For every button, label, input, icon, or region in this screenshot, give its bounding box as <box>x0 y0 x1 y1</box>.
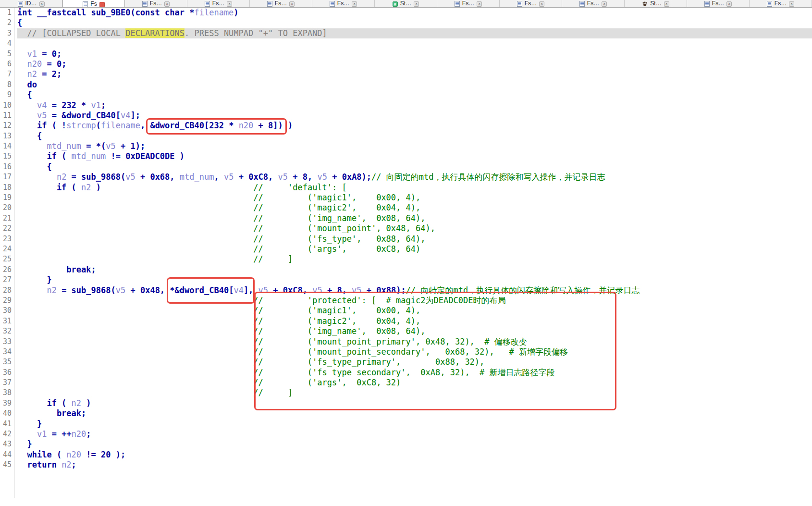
code-line-4 <box>17 38 812 49</box>
code-line-15: if ( mtd_num != 0xDEADC0DE ) <box>17 151 812 161</box>
tab-6-fs[interactable]: Fs…∧ <box>312 0 375 7</box>
tab-label: St… <box>400 0 411 7</box>
pseudocode-view[interactable]: int __fastcall sub_9BE0(const char *file… <box>14 8 812 498</box>
tab-bar: ID…∧FsFs…∧Fs…∧Fs…∧Fs…∧#St…∧Fs…∧Fs…∧Fs…∧S… <box>0 0 812 8</box>
tab-4-fs[interactable]: Fs…∧ <box>187 0 250 7</box>
tab-1-id[interactable]: ID…∧ <box>0 0 62 7</box>
tab-7-st[interactable]: #St…∧ <box>375 0 437 7</box>
tab-3-fs[interactable]: Fs…∧ <box>125 0 187 7</box>
tab-10-fs[interactable]: Fs…∧ <box>562 0 625 7</box>
list-view-icon <box>767 1 772 7</box>
line-number-29: 29 <box>0 296 14 306</box>
line-number-15: 15 <box>0 151 14 161</box>
detach-tab-button[interactable]: ∧ <box>539 1 544 7</box>
code-line-43: } <box>17 439 812 449</box>
line-number-16: 16 <box>0 162 14 172</box>
code-line-38: // ] <box>17 388 812 398</box>
line-number-2: 2 <box>0 18 14 28</box>
tab-5-fs[interactable]: Fs…∧ <box>250 0 312 7</box>
line-number-28: 28 <box>0 285 14 296</box>
code-line-35: // ('fs_type_primary', 0x88, 32), <box>17 357 812 367</box>
line-number-45: 45 <box>0 460 14 470</box>
detach-tab-button[interactable]: ∧ <box>414 1 419 7</box>
line-number-7: 7 <box>0 69 14 79</box>
code-line-2: { <box>17 18 812 28</box>
line-number-35: 35 <box>0 357 14 367</box>
code-line-26: break; <box>17 265 812 275</box>
line-number-38: 38 <box>0 388 14 398</box>
code-line-34: // ('mount_point_secondary', 0x68, 32), … <box>17 347 812 357</box>
line-number-9: 9 <box>0 90 14 100</box>
code-line-44: while ( n20 != 20 ); <box>17 450 812 460</box>
line-number-20: 20 <box>0 203 14 213</box>
code-line-21: // ('img_name', 0x08, 64), <box>17 213 812 223</box>
detach-tab-button[interactable]: ∧ <box>602 1 607 7</box>
line-number-27: 27 <box>0 275 14 285</box>
detach-tab-button[interactable]: ∧ <box>789 1 794 7</box>
code-line-9: { <box>17 90 812 100</box>
tab-11-st[interactable]: St…∧ <box>625 0 687 7</box>
tab-label: ID… <box>25 0 37 7</box>
line-number-23: 23 <box>0 234 14 244</box>
detach-tab-button[interactable]: ∧ <box>664 1 669 7</box>
code-line-37: // ('args', 0xC8, 32) <box>17 378 812 388</box>
list-view-icon <box>579 1 585 7</box>
list-view-icon <box>18 1 23 7</box>
list-view-icon <box>205 1 210 7</box>
structures-hash-icon: # <box>393 1 398 7</box>
tab-12-fs[interactable]: Fs…∧ <box>687 0 750 7</box>
code-line-45: return n2; <box>17 460 812 470</box>
code-line-19: // ('magic1', 0x00, 4), <box>17 193 812 203</box>
line-number-40: 40 <box>0 408 14 419</box>
code-line-36: // ('fs_type_secondary', 0xA8, 32), # 新增… <box>17 368 812 378</box>
line-number-34: 34 <box>0 347 14 357</box>
tab-8-fs[interactable]: Fs…∧ <box>437 0 500 7</box>
code-line-16: { <box>17 162 812 172</box>
detach-tab-button[interactable]: ∧ <box>726 1 732 7</box>
line-number-19: 19 <box>0 193 14 203</box>
code-line-7: n2 = 2; <box>17 69 812 79</box>
code-line-1: int __fastcall sub_9BE0(const char *file… <box>17 8 812 18</box>
line-number-25: 25 <box>0 254 14 264</box>
tab-label: Fs… <box>212 0 224 7</box>
tab-2-fs[interactable]: Fs <box>62 0 125 8</box>
line-number-31: 31 <box>0 316 14 326</box>
dark-tool-icon <box>642 1 648 7</box>
detach-tab-button[interactable]: ∧ <box>39 1 45 7</box>
code-line-29: // 'protected': [ # magic2为DEADC0DE时的布局 <box>17 296 812 306</box>
line-number-11: 11 <box>0 111 14 121</box>
line-number-10: 10 <box>0 100 14 111</box>
list-view-icon <box>330 1 335 7</box>
line-number-30: 30 <box>0 306 14 316</box>
detach-tab-button[interactable]: ∧ <box>352 1 357 7</box>
code-line-31: // ('magic2', 0x04, 4), <box>17 316 812 326</box>
line-number-21: 21 <box>0 213 14 223</box>
code-line-25: // ] <box>17 254 812 264</box>
detach-tab-button[interactable]: ∧ <box>289 1 295 7</box>
pseudocode-lines: int __fastcall sub_9BE0(const char *file… <box>14 8 812 498</box>
line-number-4: 4 <box>0 38 14 49</box>
list-view-icon <box>83 1 88 7</box>
line-number-3: 3 <box>0 28 14 38</box>
line-number-17: 17 <box>0 172 14 182</box>
code-line-27: } <box>17 275 812 285</box>
line-number-39: 39 <box>0 398 14 408</box>
tab-label: Fs… <box>712 0 724 7</box>
code-line-30: // ('magic1', 0x00, 4), <box>17 306 812 316</box>
code-line-6: n20 = 0; <box>17 59 812 69</box>
list-view-icon <box>517 1 522 7</box>
tab-9-fs[interactable]: Fs…∧ <box>500 0 562 7</box>
tab-13-fs[interactable]: Fs…∧ <box>750 0 812 7</box>
detach-tab-button[interactable]: ∧ <box>477 1 482 7</box>
red-close-icon[interactable] <box>99 2 105 7</box>
line-number-gutter: 1234567891011121314151617181920212223242… <box>0 8 15 498</box>
detach-tab-button[interactable]: ∧ <box>227 1 232 7</box>
detach-tab-button[interactable]: ∧ <box>164 1 170 7</box>
code-line-23: // ('fs_type', 0x88, 64), <box>17 234 812 244</box>
tab-label: Fs… <box>337 0 349 7</box>
tab-label: Fs… <box>775 0 787 7</box>
line-number-37: 37 <box>0 378 14 388</box>
code-line-42: v1 = ++n20; <box>17 429 812 439</box>
code-line-14: mtd_num = *(v5 + 1); <box>17 141 812 151</box>
list-view-icon <box>455 1 460 7</box>
